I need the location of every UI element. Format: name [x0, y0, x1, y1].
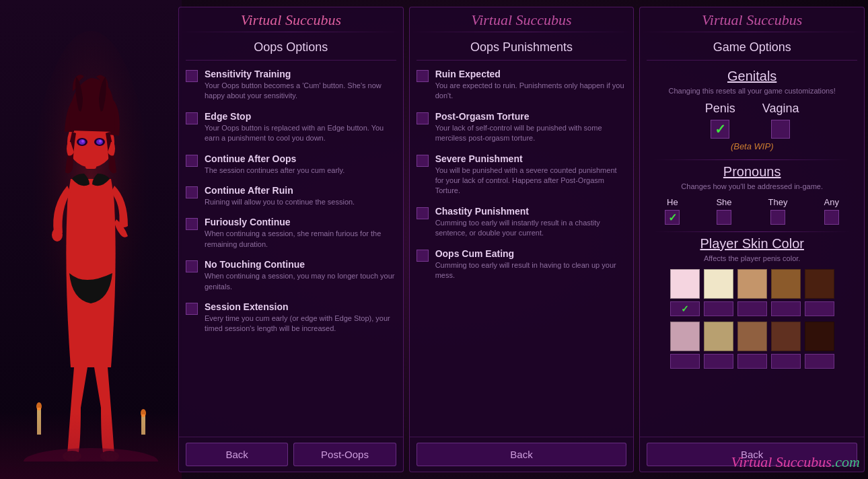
- panel3-footer: Back: [640, 437, 864, 472]
- option-continue-after-oops: Continue After Oops The session continue…: [186, 153, 396, 176]
- panel1-next-button[interactable]: Post-Oops: [293, 443, 396, 466]
- panel3-back-button[interactable]: Back: [647, 443, 857, 466]
- panel1-logo: Virtual Succubus: [179, 7, 403, 30]
- panel1-content: Sensitivity Training Your Oops button be…: [179, 66, 403, 437]
- option-oops-cum-eating: Oops Cum Eating Cumming too early will r…: [417, 248, 627, 281]
- checkbox-oops-cum-eating[interactable]: [417, 250, 429, 262]
- checkbox-chastity-punishment[interactable]: [417, 207, 429, 219]
- checkbox-ruin-expected[interactable]: [417, 70, 429, 82]
- checkbox-post-orgasm-torture[interactable]: [417, 112, 429, 124]
- checkbox-session-extension[interactable]: [186, 303, 198, 315]
- option-continue-after-ruin: Continue After Ruin Ruining will allow y…: [186, 185, 396, 207]
- skin-check-5[interactable]: [805, 301, 834, 316]
- checkbox-penis[interactable]: [711, 120, 729, 139]
- checkbox-furiously-continue[interactable]: [186, 218, 198, 230]
- option-title-ruin-expected: Ruin Expected: [435, 69, 627, 79]
- option-desc-ruin-expected: You are expected to ruin. Punishments on…: [435, 81, 627, 102]
- option-desc-continue-after-ruin: Ruining will allow you to continue the s…: [205, 197, 355, 207]
- option-desc-session-extension: Every time you cum early (or edge with E…: [205, 314, 396, 334]
- skin-swatch-7[interactable]: [704, 322, 733, 351]
- svg-point-12: [24, 448, 158, 462]
- skin-swatch-5[interactable]: [805, 269, 834, 299]
- option-title-sensitivity-training: Sensitivity Training: [205, 69, 396, 79]
- option-severe-punishment: Severe Punishment You will be punished w…: [417, 153, 627, 196]
- skin-check-10[interactable]: [805, 354, 834, 369]
- option-title-chastity-punishment: Chastity Punishment: [435, 206, 627, 217]
- checkbox-sensitivity-training[interactable]: [186, 70, 198, 82]
- checkbox-continue-after-ruin[interactable]: [186, 186, 198, 198]
- checkbox-severe-punishment[interactable]: [417, 155, 429, 167]
- option-sensitivity-training: Sensitivity Training Your Oops button be…: [186, 69, 396, 102]
- pronouns-section-title: Pronouns: [647, 164, 857, 180]
- vagina-label: Vagina: [762, 102, 799, 116]
- skin-swatch-4[interactable]: [771, 269, 801, 299]
- checkbox-pronoun-they[interactable]: [770, 210, 785, 225]
- option-ruin-expected: Ruin Expected You are expected to ruin. …: [417, 69, 627, 102]
- skin-check-7[interactable]: [704, 354, 733, 369]
- panel3-title: Game Options: [647, 38, 857, 61]
- option-desc-edge-stop: Your Oops button is replaced with an Edg…: [205, 123, 396, 144]
- skin-check-2[interactable]: [704, 301, 733, 316]
- checkbox-pronoun-he[interactable]: [665, 210, 680, 225]
- skin-check-3[interactable]: [737, 301, 767, 316]
- panel2-back-button[interactable]: Back: [417, 443, 627, 466]
- svg-point-3: [52, 228, 63, 242]
- genitals-section-title: Genitals: [647, 69, 857, 84]
- panel1-footer: Back Post-Oops: [179, 437, 403, 472]
- panel3-content: Genitals Changing this resets all your g…: [640, 66, 864, 437]
- svg-point-10: [81, 140, 84, 143]
- pronoun-they: They: [768, 197, 788, 225]
- skin-check-6[interactable]: [670, 354, 700, 369]
- panel1-back-button[interactable]: Back: [186, 443, 288, 466]
- svg-point-14: [36, 402, 42, 410]
- skin-row-2: [647, 322, 857, 351]
- skin-check-8[interactable]: [737, 354, 767, 369]
- panel2-logo: Virtual Succubus: [410, 7, 634, 30]
- panel-oops-punishments: Virtual Succubus Oops Punishments Ruin E…: [409, 7, 635, 472]
- skin-swatch-10[interactable]: [805, 322, 834, 351]
- svg-rect-13: [37, 408, 41, 435]
- svg-rect-15: [141, 414, 145, 435]
- option-desc-severe-punishment: You will be punished with a severe count…: [435, 165, 627, 196]
- skin-swatch-9[interactable]: [771, 322, 801, 351]
- panel2-content: Ruin Expected You are expected to ruin. …: [410, 66, 634, 437]
- pronoun-they-label: They: [768, 197, 788, 207]
- option-title-severe-punishment: Severe Punishment: [435, 153, 627, 164]
- option-no-touching-continue: No Touching Continue When continuing a s…: [186, 259, 396, 292]
- checkbox-pronoun-any[interactable]: [824, 210, 839, 225]
- divider2: [653, 231, 851, 232]
- skin-check-9[interactable]: [771, 354, 801, 369]
- checkbox-pronoun-she[interactable]: [717, 210, 731, 225]
- skin-check-1[interactable]: [670, 301, 700, 316]
- skin-check-4[interactable]: [771, 301, 801, 316]
- skin-color-subtitle: Affects the player penis color.: [647, 254, 857, 262]
- option-furiously-continue: Furiously Continue When continuing a ses…: [186, 217, 396, 250]
- option-title-no-touching-continue: No Touching Continue: [205, 259, 396, 270]
- beta-wip-label: (Beta WIP): [647, 141, 857, 151]
- option-title-session-extension: Session Extension: [205, 301, 396, 312]
- pronoun-any-label: Any: [824, 197, 839, 207]
- skin-swatch-3[interactable]: [737, 269, 767, 299]
- divider1: [653, 159, 851, 160]
- panel-game-options: Virtual Succubus Game Options Genitals C…: [639, 7, 865, 472]
- skin-swatch-1[interactable]: [670, 269, 700, 299]
- option-edge-stop: Edge Stop Your Oops button is replaced w…: [186, 111, 396, 144]
- svg-point-16: [141, 409, 146, 417]
- checkbox-edge-stop[interactable]: [186, 112, 198, 124]
- pronoun-she: She: [716, 197, 731, 225]
- skin-swatch-2[interactable]: [704, 269, 733, 299]
- checkbox-no-touching-continue[interactable]: [186, 260, 198, 272]
- panel2-footer: Back: [410, 437, 634, 472]
- pronoun-he-label: He: [667, 197, 678, 207]
- option-title-post-orgasm-torture: Post-Orgasm Torture: [435, 111, 627, 122]
- option-desc-post-orgasm-torture: Your lack of self-control will be punish…: [435, 123, 627, 144]
- penis-label: Penis: [705, 102, 735, 116]
- option-desc-sensitivity-training: Your Oops button becomes a 'Cum' button.…: [205, 81, 396, 102]
- checkbox-continue-after-oops[interactable]: [186, 155, 198, 167]
- svg-point-11: [99, 140, 102, 143]
- checkbox-vagina[interactable]: [771, 120, 790, 139]
- skin-swatch-8[interactable]: [737, 322, 767, 351]
- option-post-orgasm-torture: Post-Orgasm Torture Your lack of self-co…: [417, 111, 627, 144]
- skin-swatch-6[interactable]: [670, 322, 700, 351]
- pronouns-subtitle: Changes how you'll be addressed in-game.: [647, 182, 857, 190]
